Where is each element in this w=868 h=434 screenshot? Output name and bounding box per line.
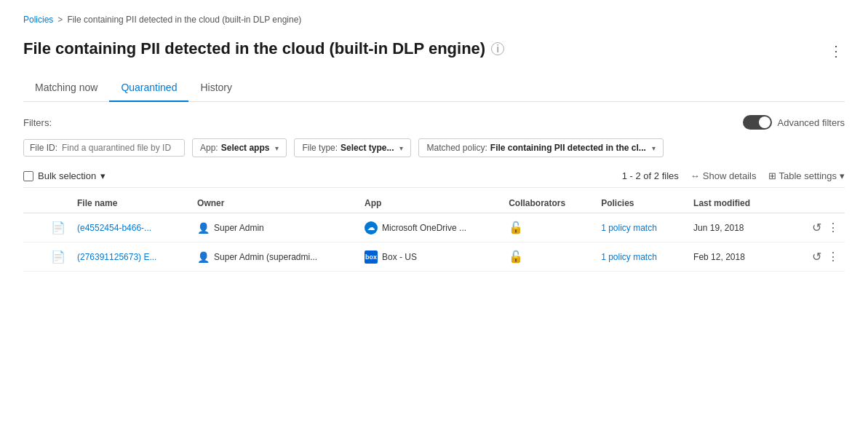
- onedrive-icon: ☁: [365, 221, 378, 234]
- tab-history[interactable]: History: [188, 74, 244, 102]
- app-filter-chevron-icon: ▾: [275, 144, 279, 152]
- toggle-knob: [759, 117, 771, 128]
- row-app: box Box - US: [359, 242, 503, 272]
- file-id-filter: File ID:: [23, 139, 185, 157]
- files-count: 1 - 2 of 2 files: [622, 170, 679, 181]
- filters-row: Filters: Advanced filters: [23, 115, 845, 130]
- bulk-checkbox[interactable]: [23, 171, 33, 181]
- row-more-icon[interactable]: ⋮: [827, 221, 839, 234]
- row-policies[interactable]: 1 policy match: [595, 213, 688, 242]
- th-app: App: [359, 194, 503, 213]
- th-filename: File name: [71, 194, 191, 213]
- row-actions-cell: ↺ ⋮: [789, 213, 845, 242]
- breadcrumb: Policies > File containing PII detected …: [23, 15, 845, 25]
- more-options-icon[interactable]: ⋮: [829, 42, 845, 60]
- file-icon: 📄: [51, 250, 65, 263]
- row-collaborators: 🔓: [503, 242, 595, 272]
- row-collaborators: 🔓: [503, 213, 595, 242]
- advanced-filters: Advanced filters: [743, 115, 845, 130]
- owner-icon: 👤: [197, 222, 210, 234]
- file-type-filter-chevron-icon: ▾: [399, 144, 403, 152]
- row-owner: 👤 Super Admin: [191, 213, 359, 242]
- app-name: Box - US: [382, 252, 417, 262]
- table-settings-button[interactable]: ⊞ Table settings ▾: [768, 170, 845, 181]
- row-checkbox-cell: [23, 213, 45, 242]
- file-type-filter-dropdown[interactable]: File type: Select type... ▾: [294, 138, 411, 157]
- advanced-filters-toggle[interactable]: [743, 115, 772, 130]
- table-settings-label: Table settings: [779, 170, 837, 181]
- bulk-selection-chevron-icon: ▾: [100, 170, 105, 181]
- row-last-modified: Feb 12, 2018: [688, 242, 789, 272]
- restore-icon[interactable]: ↺: [812, 250, 821, 264]
- table-row: 📄 (276391125673) E... 👤 Super Admin (sup…: [23, 242, 845, 272]
- file-type-filter-label: File type:: [302, 143, 338, 153]
- matched-policy-filter-dropdown[interactable]: Matched policy: File containing PII dete…: [418, 138, 663, 157]
- row-app: ☁ Microsoft OneDrive ...: [359, 213, 503, 242]
- tab-matching-now[interactable]: Matching now: [23, 74, 109, 102]
- row-last-modified: Jun 19, 2018: [688, 213, 789, 242]
- matched-policy-filter-label: Matched policy:: [426, 143, 487, 153]
- table-right-controls: 1 - 2 of 2 files ↔ Show details ⊞ Table …: [622, 170, 845, 181]
- advanced-filters-label: Advanced filters: [778, 117, 845, 128]
- file-type-filter-value: Select type...: [341, 143, 394, 153]
- file-id-label: File ID:: [30, 143, 57, 153]
- th-last-modified: Last modified: [688, 194, 789, 213]
- file-icon: 📄: [51, 221, 65, 234]
- owner-name: Super Admin (superadmi...: [214, 252, 317, 262]
- file-id-input[interactable]: [62, 143, 178, 153]
- page-header: File containing PII detected in the clou…: [23, 39, 845, 60]
- lock-icon: 🔓: [509, 250, 523, 263]
- page-title-container: File containing PII detected in the clou…: [23, 39, 504, 58]
- app-name: Microsoft OneDrive ...: [382, 223, 466, 233]
- table-settings-icon: ⊞: [768, 170, 776, 181]
- tabs-container: Matching now Quarantined History: [23, 74, 845, 102]
- app-filter-label: App:: [200, 143, 218, 153]
- row-more-icon[interactable]: ⋮: [827, 250, 839, 264]
- policy-match-link[interactable]: 1 policy match: [601, 252, 657, 262]
- owner-name: Super Admin: [214, 223, 264, 233]
- breadcrumb-parent-link[interactable]: Policies: [23, 15, 53, 25]
- table-row: 📄 (e4552454-b466-... 👤 Super Admin ☁ Mic…: [23, 213, 845, 242]
- owner-icon: 👤: [197, 251, 210, 263]
- filters-label: Filters:: [23, 117, 52, 128]
- box-icon: box: [365, 250, 378, 264]
- data-table: File name Owner App Collaborators Polici…: [23, 194, 845, 272]
- th-policies: Policies: [595, 194, 688, 213]
- breadcrumb-current: File containing PII detected in the clou…: [67, 15, 301, 25]
- row-owner: 👤 Super Admin (superadmi...: [191, 242, 359, 272]
- row-actions-cell: ↺ ⋮: [789, 242, 845, 272]
- matched-policy-filter-value: File containing PII detected in the cl..…: [490, 143, 646, 153]
- th-checkbox: [23, 194, 45, 213]
- matched-policy-filter-chevron-icon: ▾: [652, 144, 656, 152]
- tab-quarantined[interactable]: Quarantined: [109, 74, 188, 102]
- info-icon[interactable]: i: [491, 42, 504, 55]
- page-title: File containing PII detected in the clou…: [23, 39, 485, 58]
- row-file-icon-cell: 📄: [45, 213, 71, 242]
- row-filename[interactable]: (e4552454-b466-...: [71, 213, 191, 242]
- show-details-button[interactable]: ↔ Show details: [690, 170, 757, 181]
- bulk-selection-label: Bulk selection: [38, 170, 96, 181]
- th-actions: [789, 194, 845, 213]
- th-owner: Owner: [191, 194, 359, 213]
- breadcrumb-separator: >: [57, 15, 63, 25]
- table-controls: Bulk selection ▾ 1 - 2 of 2 files ↔ Show…: [23, 170, 845, 188]
- table-settings-chevron-icon: ▾: [840, 170, 845, 181]
- row-filename[interactable]: (276391125673) E...: [71, 242, 191, 272]
- th-file-icon: [45, 194, 71, 213]
- show-details-label: Show details: [703, 170, 757, 181]
- policy-match-link[interactable]: 1 policy match: [601, 223, 657, 233]
- row-file-icon-cell: 📄: [45, 242, 71, 272]
- row-checkbox-cell: [23, 242, 45, 272]
- table-header-row: File name Owner App Collaborators Polici…: [23, 194, 845, 213]
- th-collaborators: Collaborators: [503, 194, 595, 213]
- bulk-selection[interactable]: Bulk selection ▾: [23, 170, 105, 181]
- show-details-arrow-icon: ↔: [690, 170, 700, 181]
- app-filter-value: Select apps: [221, 143, 270, 153]
- row-policies[interactable]: 1 policy match: [595, 242, 688, 272]
- app-filter-dropdown[interactable]: App: Select apps ▾: [192, 138, 287, 157]
- restore-icon[interactable]: ↺: [812, 221, 821, 234]
- filter-inputs-row: File ID: App: Select apps ▾ File type: S…: [23, 138, 845, 157]
- lock-icon: 🔓: [509, 221, 523, 234]
